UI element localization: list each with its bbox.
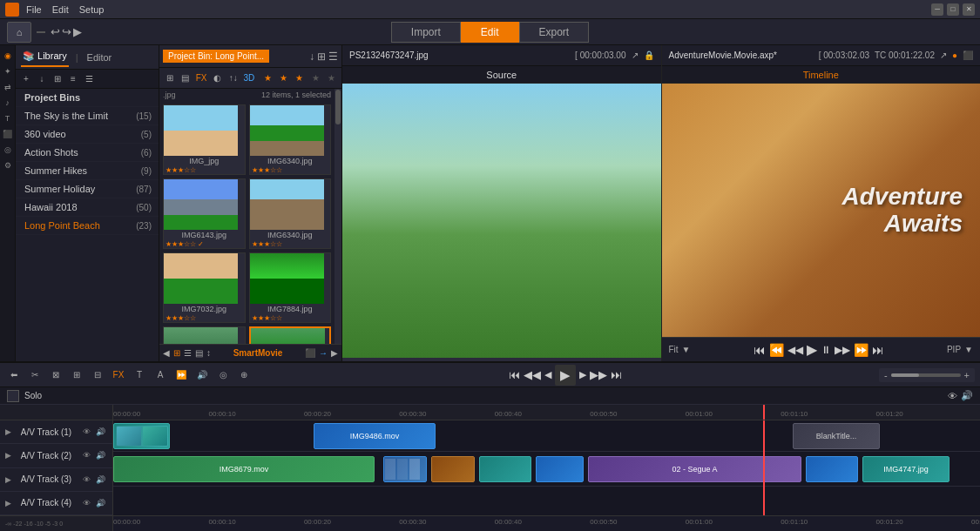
track1-eye-icon[interactable]: 👁 <box>81 426 93 438</box>
pip-dropdown-icon[interactable]: ▼ <box>964 345 973 354</box>
tl-playback-start[interactable]: ⏮ <box>509 368 520 381</box>
track3-eye-icon[interactable]: 👁 <box>81 474 93 486</box>
track4-eye-icon[interactable]: 👁 <box>81 497 93 509</box>
tab-edit[interactable]: Edit <box>461 22 519 43</box>
redo-button[interactable]: ↪ <box>62 25 71 38</box>
media-list-icon[interactable]: ☰ <box>328 50 338 63</box>
playback-rewind-icon[interactable]: ◀◀ <box>787 344 803 356</box>
mt-color-icon[interactable]: ◐ <box>211 71 224 86</box>
tab-import[interactable]: Import <box>391 22 461 43</box>
menu-file[interactable]: File <box>26 4 42 15</box>
bin-item-hawaii[interactable]: Hawaii 2018 (50) <box>16 198 159 217</box>
clip-track2-2[interactable] <box>383 456 427 482</box>
clip-track2-5[interactable] <box>536 456 584 482</box>
mt-stars3[interactable]: ★ <box>293 71 306 86</box>
tl-motion-icon[interactable]: ◎ <box>214 366 232 384</box>
clip-track2-4[interactable] <box>479 456 531 482</box>
menu-setup[interactable]: Setup <box>79 4 105 15</box>
bin-item-action[interactable]: Action Shots (6) <box>16 144 159 162</box>
bin-item-hikes[interactable]: Summer Hikes (9) <box>16 162 159 180</box>
media-thumb-5[interactable]: IMG7032.jpg ★★★☆☆ <box>163 252 246 323</box>
media-scroll-area[interactable]: .jpg 12 items, 1 selected IMG_jpg ★★★☆☆ <box>159 89 335 344</box>
playback-play-icon[interactable]: ▶ <box>807 341 817 358</box>
source-expand-icon[interactable]: ↗ <box>632 50 639 60</box>
track4-mute-icon[interactable]: 🔊 <box>95 497 107 509</box>
solo-eye-icon[interactable]: 👁 <box>948 391 957 401</box>
media-scrollbar[interactable] <box>335 89 341 344</box>
timeline-expand-icon[interactable]: ↗ <box>940 50 947 60</box>
tl-audio-icon[interactable]: 🔊 <box>193 366 211 384</box>
strip-motion-icon[interactable]: ◎ <box>1 143 15 157</box>
strip-transitions-icon[interactable]: ⇄ <box>1 80 15 94</box>
mt-stars2[interactable]: ★ <box>277 71 290 86</box>
tl-fx-icon[interactable]: FX <box>110 366 127 384</box>
strip-music-icon[interactable]: ♪ <box>1 96 15 110</box>
mt-stars1[interactable]: ★ <box>261 71 274 86</box>
minimize-button[interactable]: ─ <box>931 3 943 16</box>
mt-sort-icon[interactable]: ↑↓ <box>226 71 240 86</box>
strip-library-icon[interactable]: ◉ <box>1 49 15 63</box>
media-arrow-icon[interactable]: → <box>319 348 328 358</box>
track3-mute-icon[interactable]: 🔊 <box>95 474 107 486</box>
tl-playback-step-fwd[interactable]: ▶ <box>579 369 586 380</box>
sidebar-add-icon[interactable]: + <box>19 72 33 86</box>
sidebar-sort-icon[interactable]: ≡ <box>66 72 80 86</box>
media-detail-view-icon[interactable]: ▤ <box>195 348 203 358</box>
track1-mute-icon[interactable]: 🔊 <box>95 426 107 438</box>
clip-track2-8[interactable]: IMG4747.jpg <box>862 456 950 482</box>
sidebar-import-icon[interactable]: ↓ <box>35 72 49 86</box>
media-grid-icon[interactable]: ⊞ <box>317 50 326 63</box>
mt-stars4[interactable]: ★ <box>308 71 321 86</box>
mt-filter-icon[interactable]: ▤ <box>179 71 192 86</box>
bin-item-360[interactable]: 360 video (5) <box>16 125 159 144</box>
tl-trim-icon[interactable]: ✂ <box>26 366 44 384</box>
media-grid-view-icon[interactable]: ⊞ <box>173 348 180 358</box>
clip-track2-6[interactable]: 02 - Segue A <box>588 456 801 482</box>
tl-playback-play[interactable]: ▶ <box>555 365 576 386</box>
media-thumb-8[interactable]: PS21324673247.jpg ★★★☆☆ <box>249 326 332 344</box>
strip-text-icon[interactable]: T <box>1 111 15 125</box>
media-import-icon[interactable]: ↓ <box>309 50 314 63</box>
media-tag-icon[interactable]: ⬛ <box>305 348 315 358</box>
track2-eye-icon[interactable]: 👁 <box>81 449 93 461</box>
media-thumb-3[interactable]: IMG6143.jpg ★★★☆☆ ✓ <box>163 178 246 249</box>
tl-playback-next[interactable]: ▶▶ <box>590 368 607 381</box>
playback-pause-icon[interactable]: ⏸ <box>821 344 831 356</box>
undo-button[interactable]: ↩ <box>51 25 60 38</box>
strip-effects-icon[interactable]: ✦ <box>1 64 15 78</box>
clip-track1-1[interactable] <box>113 423 170 449</box>
mt-view-icon[interactable]: ⊞ <box>163 71 176 86</box>
media-next-icon[interactable]: ▶ <box>331 348 338 358</box>
playback-end-icon[interactable]: ⏭ <box>872 343 884 357</box>
playback-forward-icon[interactable]: ▶▶ <box>835 344 850 356</box>
clip-track1-2[interactable]: IMG9486.mov <box>314 423 436 449</box>
zoom-slider[interactable] <box>891 373 961 377</box>
tl-color-icon[interactable]: T <box>131 366 148 384</box>
playback-start-icon[interactable]: ⏮ <box>754 343 766 357</box>
project-bins-header[interactable]: Project Bins <box>16 89 159 107</box>
clip-track1-3[interactable]: BlankTitle... <box>793 423 880 449</box>
clip-track2-3[interactable] <box>431 456 475 482</box>
zoom-in-icon[interactable]: + <box>964 370 970 380</box>
mt-stars5[interactable]: ★ <box>325 71 338 86</box>
tl-delete-icon[interactable]: ⊠ <box>47 366 64 384</box>
source-lock-icon[interactable]: 🔒 <box>644 50 654 60</box>
media-thumb-1[interactable]: IMG_jpg ★★★☆☆ <box>163 104 246 175</box>
next-button[interactable]: ▶ <box>73 25 82 38</box>
media-thumb-7[interactable]: IMG8268.jpg ★★★☆☆ <box>163 326 246 344</box>
timeline-lock-icon[interactable]: ● <box>952 50 957 60</box>
zoom-out-icon[interactable]: - <box>884 370 888 380</box>
media-list-view-icon[interactable]: ☰ <box>184 348 192 358</box>
tl-lift-icon[interactable]: ⊞ <box>68 366 85 384</box>
tl-split-icon[interactable]: ⬅ <box>5 366 23 384</box>
fit-dropdown-icon[interactable]: ▼ <box>682 345 691 354</box>
tab-export[interactable]: Export <box>519 22 590 43</box>
solo-mute-icon[interactable]: 🔊 <box>961 390 973 401</box>
media-thumb-4[interactable]: IMG6340.jpg ★★★☆☆ <box>249 178 332 249</box>
mt-3d-icon[interactable]: 3D <box>242 71 255 86</box>
track-content[interactable]: IMG9486.mov BlankTitle... IMG8679.mov <box>113 420 980 515</box>
media-thumb-2[interactable]: IMG6340.jpg ★★★☆☆ <box>249 104 332 175</box>
solo-checkbox[interactable] <box>7 390 19 402</box>
media-sort2-icon[interactable]: ↕ <box>206 348 211 358</box>
home-button[interactable]: ⌂ <box>7 22 31 43</box>
